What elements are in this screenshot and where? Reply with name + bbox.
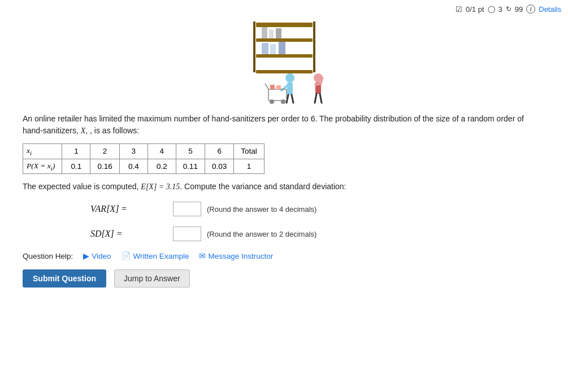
svg-rect-17 (268, 89, 287, 101)
table-cell-total: 1 (234, 159, 265, 174)
svg-line-27 (320, 94, 322, 103)
svg-rect-4 (256, 54, 313, 58)
expected-text-part2: . Compute the variance and standard devi… (180, 182, 346, 191)
submit-button[interactable]: Submit Question (23, 269, 106, 288)
details-link[interactable]: Details (539, 5, 561, 14)
svg-rect-7 (269, 29, 274, 38)
svg-point-20 (281, 99, 285, 104)
table-header-4: 4 (148, 144, 176, 159)
svg-point-19 (270, 99, 274, 104)
table-header-6: 6 (205, 144, 234, 159)
question-help: Question Help: ▶ Video 📄 Written Example… (23, 251, 545, 260)
shelf-image (222, 17, 346, 107)
sd-line: SD[X] = (Round the answer to 2 decimals) (23, 227, 545, 241)
message-label: Message Instructor (208, 252, 273, 260)
svg-rect-13 (287, 82, 293, 95)
expected-text-part1: The expected value is computed, (23, 182, 138, 191)
score-bar: ☑ 0/1 pt ◯ 3 ↻ 99 i Details (456, 5, 561, 14)
video-link[interactable]: ▶ Video (83, 251, 111, 260)
expected-text: The expected value is computed, E[X] = 3… (23, 182, 545, 191)
svg-rect-0 (256, 23, 313, 27)
table-header-1: 1 (62, 144, 90, 159)
video-icon: ▶ (83, 251, 89, 260)
svg-line-16 (292, 95, 293, 103)
table-header-2: 2 (90, 144, 119, 159)
table-header-3: 3 (119, 144, 148, 159)
score-value: 0/1 pt (466, 5, 484, 14)
variable-x: X (81, 127, 86, 135)
info-icon[interactable]: i (526, 5, 535, 14)
svg-line-26 (315, 94, 316, 103)
var-line: VAR[X] = (Round the answer to 4 decimals… (23, 202, 545, 216)
svg-rect-3 (256, 38, 313, 42)
table-cell-p1: 0.1 (62, 159, 90, 174)
question-help-label: Question Help: (23, 252, 73, 260)
buttons-row: Submit Question Jump to Answer (23, 269, 545, 299)
svg-rect-8 (276, 28, 281, 38)
refresh-value: 99 (515, 5, 523, 14)
refresh-icon: ↻ (506, 5, 511, 13)
table-header-5: 5 (176, 144, 205, 159)
checkbox-icon: ☑ (456, 5, 462, 14)
svg-rect-10 (270, 44, 276, 54)
svg-rect-22 (276, 85, 281, 89)
attempts-value: 3 (498, 5, 502, 14)
details-label: Details (539, 5, 561, 14)
var-input[interactable] (173, 202, 201, 216)
svg-rect-9 (262, 43, 268, 54)
message-icon: ✉ (199, 251, 206, 260)
table-header-total: Total (234, 144, 265, 159)
table-row-label: P(X = xi) (23, 159, 62, 174)
sd-input[interactable] (173, 227, 201, 241)
jump-to-answer-button[interactable]: Jump to Answer (114, 269, 190, 288)
video-label: Video (92, 252, 111, 260)
document-icon: 📄 (122, 251, 131, 260)
svg-rect-21 (270, 85, 275, 89)
table-cell-p2: 0.16 (90, 159, 119, 174)
illustration-area (0, 0, 568, 113)
svg-rect-1 (253, 21, 255, 72)
table-cell-p5: 0.11 (176, 159, 205, 174)
table-cell-p3: 0.4 (119, 159, 148, 174)
table-header-xi: xi (23, 144, 62, 159)
svg-rect-5 (256, 70, 313, 73)
sd-note: (Round the answer to 2 decimals) (207, 230, 316, 238)
problem-text-part2: , is as follows: (90, 126, 139, 135)
attempts-icon: ◯ (488, 5, 495, 13)
sd-label: SD[X] = (90, 229, 170, 239)
content-area: An online retailer has limited the maxim… (0, 113, 568, 299)
example-label: Written Example (133, 252, 189, 260)
var-label: VAR[X] = (90, 204, 170, 214)
svg-point-12 (285, 73, 294, 82)
svg-rect-2 (313, 21, 315, 72)
message-link[interactable]: ✉ Message Instructor (199, 251, 273, 260)
var-note: (Round the answer to 4 decimals) (207, 205, 316, 214)
table-cell-p4: 0.2 (148, 159, 176, 174)
svg-line-25 (315, 84, 321, 85)
svg-line-18 (265, 84, 268, 89)
svg-rect-11 (279, 42, 285, 54)
problem-text: An online retailer has limited the maxim… (23, 113, 545, 137)
table-cell-p6: 0.03 (205, 159, 234, 174)
expected-expression: E[X] = 3.15 (141, 182, 180, 191)
svg-rect-6 (262, 27, 267, 38)
probability-table: xi 1 2 3 4 5 6 Total P(X = xi) 0.1 0.16 … (23, 143, 265, 174)
example-link[interactable]: 📄 Written Example (122, 251, 189, 260)
